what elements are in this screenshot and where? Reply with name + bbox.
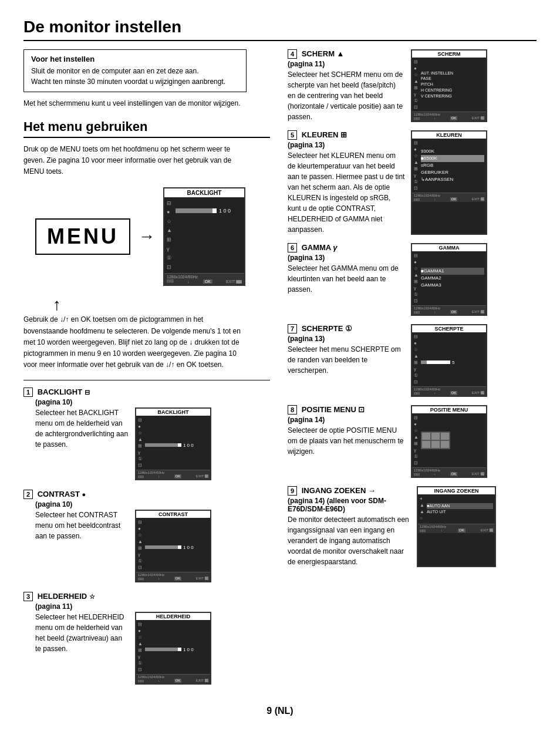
menu-item-2-pageref: (pagina 10) <box>35 500 270 508</box>
menu-screen-4: SCHERM ⊟●☆▲⊞γ①⊡ AUT. INSTELLEN FASE PITC… <box>411 49 487 122</box>
menu-content-col: 1 0 0 <box>176 200 242 271</box>
menu-item-1-header: 1 BACKLIGHT ⊟ <box>23 388 270 397</box>
voor-instellen-heading: Voor het instellen <box>31 55 239 63</box>
menu-item-7-text: Selecteer het menu SCHERPTE om de randen… <box>288 344 405 376</box>
menu-item-2-header: 2 CONTRAST ● <box>23 490 270 499</box>
menu-item-4-text: Selecteer het SCHERM menu om de scherpte… <box>288 69 405 122</box>
menu-screen-1: BACKLIGHT ⊟●☆▲⊞γ①⊡ 1 0 0 1 <box>135 407 211 480</box>
menu-item-2-num: 2 <box>23 490 33 499</box>
menu-item-6-title: GAMMA <box>302 243 333 252</box>
menu-item-4: 4 SCHERM ▲ (pagina 11) Selecteer het SCH… <box>288 49 537 122</box>
menu-item-6-icon: γ <box>333 243 337 252</box>
menu-item-4-title: SCHERM <box>302 49 337 58</box>
menu-item-4-header: 4 SCHERM ▲ <box>288 49 405 59</box>
menu-item-8-pageref: (pagina 14) <box>288 416 405 424</box>
menu-item-5-icon: ⊞ <box>340 130 347 139</box>
menu-item-9-text: De monitor detecteert automatisch een in… <box>288 514 411 567</box>
menu-item-2-icon: ● <box>82 491 86 498</box>
menu-item-5-header: 5 KLEUREN ⊞ <box>288 130 405 140</box>
menu-item-3-icon: ☆ <box>89 593 95 600</box>
menu-item-6-text: Selecteer het GAMMA menu om de kleurtint… <box>288 263 405 295</box>
menu-item-1-pageref: (pagina 10) <box>35 398 270 406</box>
menu-section-title: Het menu gebruiken <box>23 119 270 138</box>
menu-item-6-header: 6 GAMMA γ <box>288 243 405 252</box>
menu-item-1-text: Selecteer het BACKLIGHT menu om de helde… <box>35 407 129 480</box>
menu-item-9: 9 INGANG ZOEKEN → (pagina 14) (alleen vo… <box>288 486 537 567</box>
menu-item-3-pageref: (pagina 11) <box>35 602 270 611</box>
menu-item-8-title: POSITIE MENU <box>302 405 359 414</box>
voor-instellen-box: Voor het instellen Sluit de monitor en d… <box>23 49 247 92</box>
menu-item-5-title: KLEUREN <box>302 130 340 139</box>
menu-item-6-pageref: (pagina 13) <box>288 254 405 262</box>
menu-screen-diagram-header: BACKLIGHT <box>164 188 244 197</box>
menu-item-1-num: 1 <box>23 388 33 397</box>
menu-screen-2: CONTRAST ⊟●☆▲⊞γ①⊡ 1 0 0 12 <box>135 510 211 582</box>
menu-item-9-header: 9 INGANG ZOEKEN → <box>288 486 411 496</box>
menu-item-6: 6 GAMMA γ (pagina 13) Selecteer het GAMM… <box>288 243 537 316</box>
menu-screen-5: KLEUREN ⊟●☆▲⊞γ①⊡ 9300K ■6500K sRGB GEBRU… <box>411 130 487 235</box>
menu-item-3-num: 3 <box>23 592 33 601</box>
menu-item-3-title: HELDERHEID <box>38 592 89 601</box>
intro-text: Met het schermmenu kunt u veel instellin… <box>23 98 270 109</box>
menu-item-3-header: 3 HELDERHEID ☆ <box>23 592 270 601</box>
menu-item-4-icon: ▲ <box>337 49 345 58</box>
use-description: Gebruik de ↓/↑ en OK toetsen om de picto… <box>23 314 247 370</box>
menu-item-7-title: SCHERPTE <box>302 324 345 333</box>
menu-item-9-pageref: (pagina 14) (alleen voor SDM-E76D/SDM-E9… <box>288 497 411 513</box>
menu-item-8: 8 POSITIE MENU ⊡ (pagina 14) Selecteer d… <box>288 405 537 478</box>
menu-item-7-pageref: (pagina 13) <box>288 335 405 343</box>
menu-screen-6: GAMMA ⊟●☆▲⊞γ①⊡ ■GAMMA1 GAMMA2 GAMMA3 12 <box>411 243 487 316</box>
menu-item-8-header: 8 POSITIE MENU ⊡ <box>288 405 405 415</box>
arrow-right-icon: → <box>139 227 155 246</box>
menu-screen-3: HELDERHEID ⊟●☆▲⊞γ①⊡ 1 0 0 <box>135 612 211 685</box>
menu-item-2-text: Selecteer het CONTRAST menu om het beeld… <box>35 510 129 582</box>
menu-item-8-icon: ⊡ <box>358 405 365 414</box>
voor-instellen-text: Sluit de monitor en de computer aan en z… <box>31 66 239 87</box>
menu-item-1-icon: ⊟ <box>85 389 90 396</box>
menu-item-9-title: INGANG ZOEKEN <box>302 486 368 495</box>
menu-description: Druk op de MENU toets om het hoofdmenu o… <box>23 144 247 178</box>
menu-item-5-pageref: (pagina 13) <box>288 141 405 149</box>
menu-item-1: 1 BACKLIGHT ⊟ (pagina 10) Selecteer het … <box>23 388 270 480</box>
menu-word: MENU <box>35 218 130 255</box>
menu-item-5-text: Selecteer het KLEUREN menu om de kleurte… <box>288 150 405 235</box>
menu-item-9-icon: → <box>368 486 376 495</box>
menu-item-4-pageref: (pagina 11) <box>288 60 405 68</box>
menu-item-3: 3 HELDERHEID ☆ (pagina 11) Selecteer het… <box>23 592 270 685</box>
menu-item-8-text: Selecteer de optie POSITIE MENU om de pl… <box>288 425 405 457</box>
menu-item-5: 5 KLEUREN ⊞ (pagina 13) Selecteer het KL… <box>288 130 537 235</box>
menu-item-2-title: CONTRAST <box>38 490 82 498</box>
menu-item-2: 2 CONTRAST ● (pagina 10) Selecteer het C… <box>23 490 270 582</box>
menu-item-3-text: Selecteer het HELDERHEID menu om de held… <box>35 612 129 685</box>
page-title: De monitor instellen <box>23 18 537 41</box>
menu-item-1-title: BACKLIGHT <box>38 388 85 396</box>
menu-diagram: MENU → BACKLIGHT ⊟ ● ☆ ▲ ⊞ γ ① ⊡ <box>35 187 270 287</box>
menu-screen-diagram-footer: 1280x1024/60Hz ⊟⊟ ↓ OK EXIT NL <box>164 273 244 285</box>
menu-screen-8: POSITIE MENU ⊟●☆▲⊞γ①⊡ <box>411 405 487 478</box>
menu-screen-7: SCHERPTE ⊟●☆▲⊞γ①⊡ 5 1280x1024/60Hz ⊟⊟↓OK… <box>411 324 487 397</box>
menu-screen-9: INGANG ZOEKEN + ▲ ▲ ○ ■AUTO AAN AUTO UIT <box>417 486 496 567</box>
menu-screen-diagram: BACKLIGHT ⊟ ● ☆ ▲ ⊞ γ ① ⊡ <box>163 187 245 287</box>
arrow-up-icon: ↑ <box>53 295 270 314</box>
menu-icons-col: ⊟ ● ☆ ▲ ⊞ γ ① ⊡ <box>167 200 172 271</box>
menu-item-7: 7 SCHERPTE ① (pagina 13) Selecteer het m… <box>288 324 537 397</box>
page-number: 9 (NL) <box>23 706 537 716</box>
menu-item-7-icon: ① <box>345 324 352 333</box>
menu-item-7-header: 7 SCHERPTE ① <box>288 324 405 333</box>
